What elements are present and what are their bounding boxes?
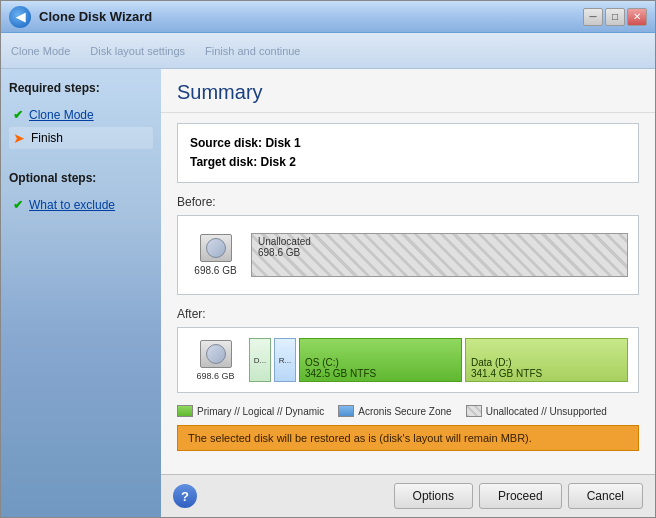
- partition-d: D...: [249, 338, 271, 382]
- partition-r: R...: [274, 338, 296, 382]
- content-header: Summary: [161, 69, 655, 113]
- finish-label: Finish: [31, 131, 63, 145]
- optional-steps-label: Optional steps:: [9, 171, 153, 185]
- sidebar-item-finish[interactable]: ➤ Finish: [9, 127, 153, 149]
- content-body: Source disk: Disk 1 Target disk: Disk 2 …: [161, 113, 655, 474]
- minimize-button[interactable]: ─: [583, 8, 603, 26]
- before-label: Before:: [177, 195, 639, 209]
- page-title: Summary: [177, 81, 639, 104]
- maximize-button[interactable]: □: [605, 8, 625, 26]
- help-section: ?: [173, 484, 197, 508]
- legend-acronis: Acronis Secure Zone: [338, 405, 451, 417]
- wizard-step-2: Disk layout settings: [90, 45, 185, 57]
- optional-section: Optional steps: ✔ What to exclude: [9, 171, 153, 217]
- after-disk-size: 698.6 GB: [196, 371, 234, 381]
- disk-info-box: Source disk: Disk 1 Target disk: Disk 2: [177, 123, 639, 183]
- clone-mode-link[interactable]: Clone Mode: [29, 108, 94, 122]
- before-disk-size: 698.6 GB: [194, 265, 236, 276]
- partition-os-c: OS (C:) 342.5 GB NTFS: [299, 338, 462, 382]
- after-label: After:: [177, 307, 639, 321]
- sidebar-item-exclude[interactable]: ✔ What to exclude: [9, 195, 153, 215]
- source-disk-value: Disk 1: [265, 136, 300, 150]
- source-label: Source disk:: [190, 136, 262, 150]
- unallocated-size: 698.6 GB: [258, 247, 621, 258]
- os-size: 342.5 GB NTFS: [305, 368, 456, 379]
- disk-legend: Primary // Logical // Dynamic Acronis Se…: [177, 405, 639, 417]
- proceed-button[interactable]: Proceed: [479, 483, 562, 509]
- primary-legend-label: Primary // Logical // Dynamic: [197, 406, 324, 417]
- required-steps-label: Required steps:: [9, 81, 153, 95]
- disk-image-after: [200, 340, 232, 368]
- what-to-exclude-link[interactable]: What to exclude: [29, 198, 115, 212]
- acronis-color-swatch: [338, 405, 354, 417]
- legend-primary: Primary // Logical // Dynamic: [177, 405, 324, 417]
- warning-bar: The selected disk will be restored as is…: [177, 425, 639, 451]
- app-icon: ◀: [9, 6, 31, 28]
- unallocated-label: Unallocated: [258, 236, 621, 247]
- title-bar-buttons: ─ □ ✕: [583, 8, 647, 26]
- source-disk-info: Source disk: Disk 1: [190, 134, 626, 153]
- target-label: Target disk:: [190, 155, 257, 169]
- window-title: Clone Disk Wizard: [39, 9, 583, 24]
- sidebar-item-clone-mode[interactable]: ✔ Clone Mode: [9, 105, 153, 125]
- unalloc-legend-label: Unallocated // Unsupported: [486, 406, 607, 417]
- disk-image-before: [200, 234, 232, 262]
- check-icon-2: ✔: [13, 198, 23, 212]
- partition-data-d: Data (D:) 341.4 GB NTFS: [465, 338, 628, 382]
- wizard-steps-bar: Clone Mode Disk layout settings Finish a…: [1, 33, 655, 69]
- before-disk-icon: 698.6 GB: [188, 234, 243, 276]
- options-button[interactable]: Options: [394, 483, 473, 509]
- wizard-step-1: Clone Mode: [11, 45, 70, 57]
- data-size: 341.4 GB NTFS: [471, 368, 622, 379]
- bottom-bar: ? Options Proceed Cancel: [161, 474, 655, 517]
- data-label: Data (D:): [471, 357, 622, 368]
- content-panel: Summary Source disk: Disk 1 Target disk:…: [161, 69, 655, 517]
- main-area: Required steps: ✔ Clone Mode ➤ Finish Op…: [1, 69, 655, 517]
- clone-disk-wizard-window: ◀ Clone Disk Wizard ─ □ ✕ Clone Mode Dis…: [0, 0, 656, 518]
- unallocated-bar: Unallocated 698.6 GB: [251, 233, 628, 277]
- unalloc-color-swatch: [466, 405, 482, 417]
- acronis-legend-label: Acronis Secure Zone: [358, 406, 451, 417]
- warning-text: The selected disk will be restored as is…: [188, 432, 532, 444]
- legend-unalloc: Unallocated // Unsupported: [466, 405, 607, 417]
- target-disk-info: Target disk: Disk 2: [190, 153, 626, 172]
- title-bar: ◀ Clone Disk Wizard ─ □ ✕: [1, 1, 655, 33]
- after-disk-icon: 698.6 GB: [188, 340, 243, 381]
- before-disk-panel: 698.6 GB Unallocated 698.6 GB: [177, 215, 639, 295]
- wizard-step-3: Finish and continue: [205, 45, 300, 57]
- arrow-icon: ➤: [13, 130, 25, 146]
- sidebar: Required steps: ✔ Clone Mode ➤ Finish Op…: [1, 69, 161, 517]
- check-icon: ✔: [13, 108, 23, 122]
- primary-color-swatch: [177, 405, 193, 417]
- after-disk-panel: 698.6 GB D... R... OS (C:) 342.5 GB NTFS: [177, 327, 639, 393]
- help-button[interactable]: ?: [173, 484, 197, 508]
- os-label: OS (C:): [305, 357, 456, 368]
- target-disk-value: Disk 2: [260, 155, 295, 169]
- cancel-button[interactable]: Cancel: [568, 483, 643, 509]
- close-button[interactable]: ✕: [627, 8, 647, 26]
- partition-segments: D... R... OS (C:) 342.5 GB NTFS Data (D:…: [249, 338, 628, 382]
